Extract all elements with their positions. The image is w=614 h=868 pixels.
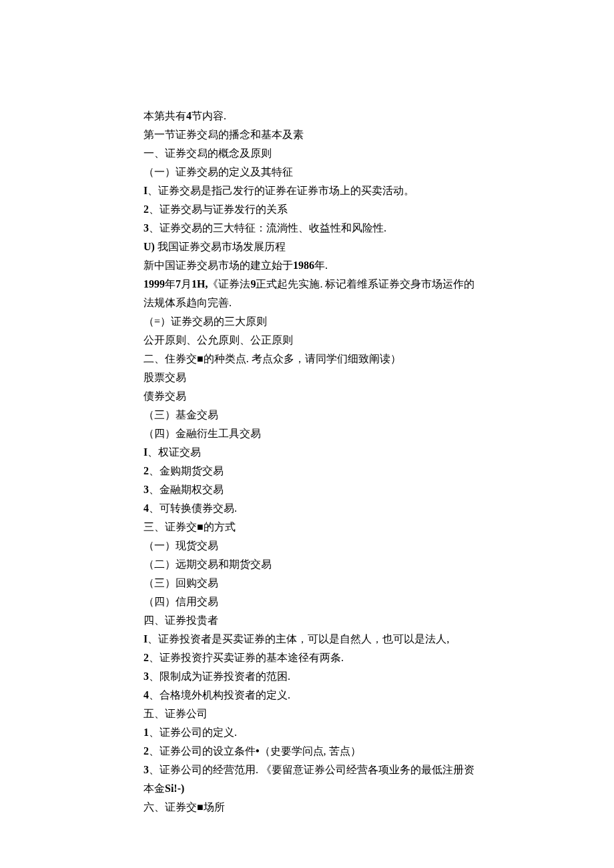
text-line: 第一节证券交舄的播念和基本及素 — [143, 125, 484, 144]
text-line: 一、证券交舄的概念及原则 — [143, 144, 484, 163]
text-line: 1、证券公司的定义. — [143, 723, 484, 742]
text-line: I、证券投资者是买卖证券的主体，可以是自然人，也可以是法人, — [143, 630, 484, 648]
text-line: 2、证券交易与证券发行的关系 — [143, 200, 484, 219]
text-line: （四）金融衍生工具交易 — [143, 424, 484, 443]
text-line: 3、证券交易的三大特征：流淌性、收益性和风险性. — [143, 219, 484, 238]
text-line: I、权证交易 — [143, 443, 484, 462]
text-line: 2、金购期货交易 — [143, 462, 484, 480]
text-line: 2、证券投资拧买卖证券的基本途径有两条. — [143, 648, 484, 667]
text-line: （一）证券交易的定义及其特征 — [143, 163, 484, 181]
text-line: 新中国证券交易市场的建立始于1986年. — [143, 256, 484, 275]
text-line: 4、可转换债券交易. — [143, 499, 484, 518]
document-content: 本第共有4节内容.第一节证券交舄的播念和基本及素一、证券交舄的概念及原则（一）证… — [143, 107, 484, 817]
text-line: 公开原则、公允原则、公正原则 — [143, 331, 484, 350]
text-line: 二、住券交■的种类点. 考点众多，请同学们细致阐读） — [143, 350, 484, 368]
text-line: U) 我国证券交易市场发展历程 — [143, 238, 484, 256]
text-line: 股票交易 — [143, 368, 484, 387]
text-line: 五、证券公司 — [143, 705, 484, 723]
text-line: 3、证券公司的经营范用. 《要留意证券公司经营各项业务的最低注册资本金Si!-) — [143, 761, 484, 798]
text-line: 3、限制成为证券投资者的范困. — [143, 667, 484, 686]
text-line: （二）远期交易和期货交易 — [143, 555, 484, 574]
text-line: 4、合格境外机构投资者的定义. — [143, 686, 484, 705]
text-line: I、证券交易是指己发行的证券在证券市场上的买卖活动。 — [143, 181, 484, 200]
text-line: 2、证券公司的设立条件•（史要学问点, 苦点） — [143, 742, 484, 761]
text-line: （一）现货交易 — [143, 536, 484, 555]
text-line: 六、证券交■场所 — [143, 798, 484, 817]
text-line: 1999年7月1H,《证券法9正式起先实施. 标记着维系证券交身市场运作的法规体… — [143, 275, 484, 312]
text-line: 3、金融期权交易 — [143, 480, 484, 499]
text-line: 本第共有4节内容. — [143, 107, 484, 125]
text-line: （四）信用交易 — [143, 592, 484, 611]
text-line: （三）回购交易 — [143, 574, 484, 592]
text-line: （三）基金交易 — [143, 406, 484, 424]
text-line: 债券交易 — [143, 387, 484, 406]
text-line: 四、证券投贵者 — [143, 611, 484, 630]
text-line: （=）证券交易的三大原则 — [143, 312, 484, 331]
text-line: 三、证券交■的方式 — [143, 518, 484, 536]
